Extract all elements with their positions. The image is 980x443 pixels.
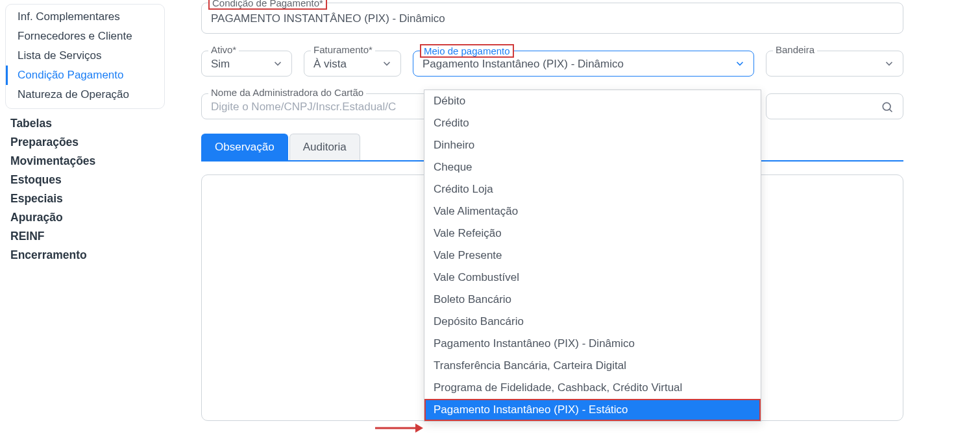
select-faturamento[interactable]: Faturamento* À vista (304, 51, 401, 77)
dd-option[interactable]: Dinheiro (424, 134, 761, 156)
sidebar-item-fornecedores[interactable]: Fornecedores e Cliente (6, 27, 164, 46)
dd-option-highlighted[interactable]: Pagamento Instantâneo (PIX) - Estático (424, 399, 761, 421)
dd-option[interactable]: Cheque (424, 156, 761, 178)
value-faturamento: À vista (313, 58, 391, 71)
sidebar-item-inf-complementares[interactable]: Inf. Complementares (6, 7, 164, 27)
dd-option[interactable]: Depósito Bancário (424, 311, 761, 333)
dd-option[interactable]: Vale Presente (424, 245, 761, 267)
label-meio-pagamento: Meio de pagamento (420, 44, 514, 58)
tab-auditoria[interactable]: Auditoria (289, 134, 360, 160)
select-bandeira[interactable]: Bandeira (766, 51, 903, 77)
sidebar-item-condicao-pagamento[interactable]: Condição Pagamento (6, 66, 164, 85)
sidebar-heading-preparacoes[interactable]: Preparações (5, 133, 167, 152)
dd-option[interactable]: Vale Combustível (424, 267, 761, 289)
label-faturamento: Faturamento* (311, 44, 375, 55)
svg-line-1 (890, 110, 892, 112)
dd-option[interactable]: Crédito Loja (424, 178, 761, 200)
field-condicao-pagamento[interactable]: Condição de Pagamento* PAGAMENTO INSTANT… (201, 3, 903, 34)
sidebar-heading-encerramento[interactable]: Encerramento (5, 246, 167, 265)
sidebar-group-cadastros: Inf. Complementares Fornecedores e Clien… (5, 4, 165, 109)
sidebar-heading-estoques[interactable]: Estoques (5, 171, 167, 189)
svg-marker-3 (415, 424, 423, 433)
dropdown-meio-pagamento: Débito Crédito Dinheiro Cheque Crédito L… (424, 90, 761, 422)
tab-observacao[interactable]: Observação (201, 134, 288, 160)
annotation-arrow (375, 422, 423, 434)
sidebar-heading-movimentacoes[interactable]: Movimentações (5, 152, 167, 171)
sidebar: Inf. Complementares Fornecedores e Clien… (0, 0, 167, 443)
value-meio-pagamento: Pagamento Instantâneo (PIX) - Dinâmico (423, 58, 744, 71)
sidebar-heading-reinf[interactable]: REINF (5, 227, 167, 246)
sidebar-heading-especiais[interactable]: Especiais (5, 189, 167, 208)
select-ativo[interactable]: Ativo* Sim (201, 51, 292, 77)
value-ativo: Sim (211, 58, 282, 71)
sidebar-heading-tabelas[interactable]: Tabelas (5, 114, 167, 133)
value-condicao-pagamento: PAGAMENTO INSTANTÂNEO (PIX) - Dinâmico (211, 12, 894, 25)
dropdown-listbox[interactable]: Débito Crédito Dinheiro Cheque Crédito L… (424, 90, 761, 421)
input-search[interactable] (766, 93, 903, 119)
search-icon (881, 101, 894, 114)
dd-option[interactable]: Boleto Bancário (424, 289, 761, 311)
value-bandeira (776, 58, 894, 71)
dd-option[interactable]: Débito (424, 90, 761, 112)
label-admin-cartao: Nome da Administradora do Cartão (208, 87, 366, 98)
label-bandeira: Bandeira (773, 44, 817, 55)
sidebar-item-lista-servicos[interactable]: Lista de Serviços (6, 46, 164, 66)
sidebar-heading-apuracao[interactable]: Apuração (5, 208, 167, 227)
label-ativo: Ativo* (208, 44, 239, 55)
select-meio-pagamento[interactable]: Meio de pagamento Pagamento Instantâneo … (413, 51, 754, 77)
dd-option[interactable]: Transferência Bancária, Carteira Digital (424, 355, 761, 377)
dd-option[interactable]: Pagamento Instantâneo (PIX) - Dinâmico (424, 333, 761, 355)
label-condicao-pagamento: Condição de Pagamento* (208, 0, 327, 10)
dd-option[interactable]: Vale Refeição (424, 222, 761, 245)
dd-option[interactable]: Programa de Fidelidade, Cashback, Crédit… (424, 377, 761, 399)
dd-option[interactable]: Crédito (424, 112, 761, 134)
sidebar-item-natureza-operacao[interactable]: Natureza de Operação (6, 85, 164, 104)
dd-option[interactable]: Vale Alimentação (424, 200, 761, 222)
svg-point-0 (883, 102, 890, 110)
